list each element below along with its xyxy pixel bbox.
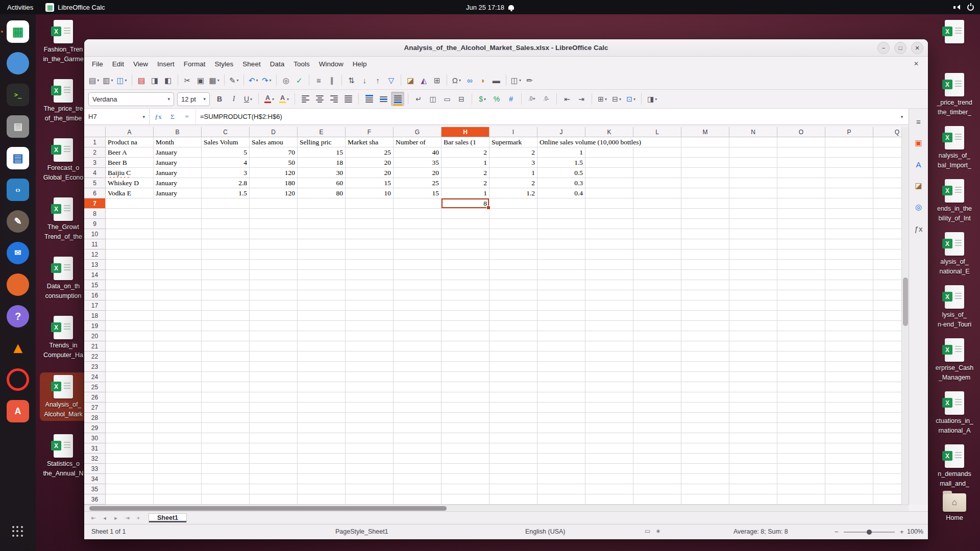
cell-I16[interactable] xyxy=(489,290,537,300)
cell-J15[interactable] xyxy=(537,280,585,290)
row-header-26[interactable]: 26 xyxy=(84,392,106,403)
cell-A14[interactable] xyxy=(106,270,154,280)
cell-A17[interactable] xyxy=(106,300,154,311)
cell-F30[interactable] xyxy=(346,433,394,443)
cell-H16[interactable] xyxy=(442,290,489,300)
cell-N36[interactable] xyxy=(729,494,777,505)
cell-N14[interactable] xyxy=(729,270,777,280)
cell-O34[interactable] xyxy=(777,474,825,484)
cell-G33[interactable] xyxy=(394,464,442,474)
cell-K5[interactable] xyxy=(585,178,633,188)
cell-F20[interactable] xyxy=(346,331,394,341)
cell-E7[interactable] xyxy=(298,198,346,209)
cell-H11[interactable] xyxy=(442,239,489,249)
cell-C22[interactable] xyxy=(202,352,250,362)
zoom-slider[interactable] xyxy=(844,532,895,533)
cell-K30[interactable] xyxy=(585,433,633,443)
desktop-file-lysis-of[interactable]: Xlysis_of_n-end_Touri xyxy=(931,283,978,331)
cell-J23[interactable] xyxy=(537,362,585,372)
highlighting-color-dropdown-arrow[interactable]: ▾ xyxy=(287,97,289,102)
maximize-button[interactable]: □ xyxy=(894,42,906,54)
cell-G24[interactable] xyxy=(394,372,442,382)
cell-M31[interactable] xyxy=(681,443,729,454)
cell-J6[interactable]: 0.4 xyxy=(537,188,585,198)
cell-P13[interactable] xyxy=(825,260,873,270)
menu-styles[interactable]: Styles xyxy=(210,57,238,71)
cell-M28[interactable] xyxy=(681,413,729,423)
gallery-deck-button[interactable]: ◪ xyxy=(909,178,928,193)
cell-C7[interactable] xyxy=(202,198,250,209)
cell-P6[interactable] xyxy=(825,188,873,198)
cell-C16[interactable] xyxy=(202,290,250,300)
cell-O22[interactable] xyxy=(777,352,825,362)
cell-N7[interactable] xyxy=(729,198,777,209)
dock-chromium[interactable] xyxy=(6,51,30,76)
row-header-4[interactable]: 4 xyxy=(84,168,106,178)
zoom-in-button[interactable]: + xyxy=(900,528,904,536)
select-sum-button[interactable]: Σ xyxy=(166,110,179,123)
cell-K3[interactable] xyxy=(585,158,633,168)
cell-D16[interactable] xyxy=(250,290,298,300)
cell-E23[interactable] xyxy=(298,362,346,372)
cell-J10[interactable] xyxy=(537,229,585,239)
cell-G27[interactable] xyxy=(394,403,442,413)
cell-H9[interactable] xyxy=(442,219,489,229)
cell-L21[interactable] xyxy=(633,341,681,352)
cell-A33[interactable] xyxy=(106,464,154,474)
cell-A8[interactable] xyxy=(106,209,154,219)
desktop-file-n-demands[interactable]: Xn_demandsmall_and_ xyxy=(931,442,978,490)
cell-H22[interactable] xyxy=(442,352,489,362)
border-style-dropdown-arrow[interactable]: ▾ xyxy=(619,97,621,102)
cell-N30[interactable] xyxy=(729,433,777,443)
sort-ascending-button[interactable]: ↓ xyxy=(358,73,371,87)
align-bottom-button[interactable] xyxy=(391,92,404,106)
cell-Q15[interactable] xyxy=(873,280,901,290)
cell-F24[interactable] xyxy=(346,372,394,382)
cell-F7[interactable] xyxy=(346,198,394,209)
cell-Q28[interactable] xyxy=(873,413,901,423)
document-modified-icon[interactable]: ∗ xyxy=(655,528,660,535)
desktop-file-file[interactable]: X xyxy=(931,17,978,51)
cell-I22[interactable] xyxy=(489,352,537,362)
cell-I4[interactable]: 1 xyxy=(489,168,537,178)
cell-Q33[interactable] xyxy=(873,464,901,474)
cell-D17[interactable] xyxy=(250,300,298,311)
unmerge-cells-button[interactable]: ⊟ xyxy=(455,92,468,106)
sidebar-settings-button[interactable]: ≡ xyxy=(909,114,928,129)
column-header-K[interactable]: K xyxy=(585,127,633,137)
cell-B19[interactable] xyxy=(154,321,202,331)
desktop-file-ctuations-in[interactable]: Xctuations_in_rnational_A xyxy=(931,389,978,437)
column-header-P[interactable]: P xyxy=(825,127,873,137)
cell-Q24[interactable] xyxy=(873,372,901,382)
cell-M25[interactable] xyxy=(681,382,729,392)
cell-L13[interactable] xyxy=(633,260,681,270)
cell-D19[interactable] xyxy=(250,321,298,331)
column-header-B[interactable]: B xyxy=(154,127,202,137)
cell-P22[interactable] xyxy=(825,352,873,362)
cell-D36[interactable] xyxy=(250,494,298,505)
cell-O26[interactable] xyxy=(777,392,825,403)
cell-H23[interactable] xyxy=(442,362,489,372)
dock-libreoffice-startcenter[interactable]: ▤ xyxy=(6,146,30,170)
vertical-scrollbar-thumb[interactable] xyxy=(903,278,908,326)
page-style[interactable]: PageStyle_Sheet1 xyxy=(335,528,388,535)
column-header-J[interactable]: J xyxy=(537,127,585,137)
cell-K29[interactable] xyxy=(585,423,633,433)
cell-K22[interactable] xyxy=(585,352,633,362)
cell-I30[interactable] xyxy=(489,433,537,443)
cell-Q19[interactable] xyxy=(873,321,901,331)
wrap-text-button[interactable]: ↵ xyxy=(412,92,425,106)
bold-button[interactable]: B xyxy=(213,92,226,106)
cell-P9[interactable] xyxy=(825,219,873,229)
row-header-30[interactable]: 30 xyxy=(84,433,106,443)
column-header-I[interactable]: I xyxy=(489,127,537,137)
cell-E22[interactable] xyxy=(298,352,346,362)
window-titlebar[interactable]: Analysis_of_the_Alcohol_Market_Sales.xls… xyxy=(84,39,928,57)
cell-C19[interactable] xyxy=(202,321,250,331)
cell-L23[interactable] xyxy=(633,362,681,372)
cell-O19[interactable] xyxy=(777,321,825,331)
cell-P15[interactable] xyxy=(825,280,873,290)
merge-and-center-cells-button[interactable]: ◫ xyxy=(426,92,439,106)
cell-P27[interactable] xyxy=(825,403,873,413)
cell-K6[interactable] xyxy=(585,188,633,198)
